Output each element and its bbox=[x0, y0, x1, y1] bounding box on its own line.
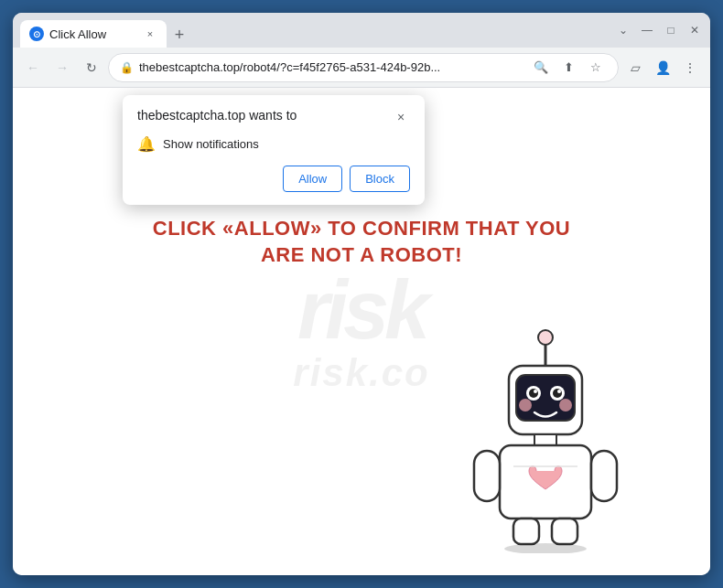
split-view-icon[interactable]: ▱ bbox=[622, 55, 648, 80]
chevron-up-icon[interactable]: ⌄ bbox=[615, 22, 631, 38]
watermark-bottom-text: risk.co bbox=[293, 351, 429, 395]
tab-area: ⊙ Click Allow × + bbox=[20, 13, 602, 48]
maximize-button[interactable]: □ bbox=[663, 22, 679, 38]
page-content: risk risk.co thebestcaptcha.top wants to… bbox=[13, 88, 710, 575]
address-bar-icons: 🔍 ⬆ ☆ bbox=[530, 57, 607, 79]
popup-close-button[interactable]: × bbox=[392, 108, 410, 126]
watermark-top-text: risk bbox=[297, 269, 426, 351]
title-bar: ⊙ Click Allow × + ⌄ — □ ✕ bbox=[13, 13, 710, 48]
refresh-button[interactable]: ↻ bbox=[79, 55, 104, 80]
svg-point-13 bbox=[559, 399, 572, 412]
popup-notification-row: 🔔 Show notifications bbox=[137, 135, 410, 153]
svg-rect-18 bbox=[591, 451, 617, 501]
popup-buttons: Allow Block bbox=[137, 166, 410, 192]
robot-svg bbox=[454, 315, 637, 553]
svg-point-8 bbox=[529, 389, 538, 398]
url-text: thebestcaptcha.top/robot4/?c=f45f2765-a5… bbox=[139, 60, 524, 74]
svg-point-21 bbox=[504, 543, 587, 553]
block-button[interactable]: Block bbox=[350, 166, 410, 192]
svg-point-1 bbox=[538, 330, 553, 345]
minimize-button[interactable]: — bbox=[639, 22, 655, 38]
svg-rect-14 bbox=[534, 434, 556, 445]
forward-button[interactable]: → bbox=[49, 55, 75, 80]
profile-icon[interactable]: 👤 bbox=[650, 55, 675, 80]
close-button[interactable]: ✕ bbox=[686, 22, 703, 38]
svg-point-10 bbox=[534, 390, 537, 393]
tab-close-button[interactable]: × bbox=[143, 27, 157, 41]
svg-rect-3 bbox=[516, 375, 575, 421]
svg-point-11 bbox=[557, 390, 561, 393]
svg-point-9 bbox=[553, 389, 562, 398]
menu-icon[interactable]: ⋮ bbox=[677, 55, 703, 80]
captcha-instruction: CLICK «ALLOW» TO CONFIRM THAT YOU ARE NO… bbox=[31, 216, 692, 268]
tab-title: Click Allow bbox=[49, 27, 106, 41]
new-tab-button[interactable]: + bbox=[167, 22, 192, 48]
window-controls: ⌄ — □ ✕ bbox=[615, 22, 703, 38]
svg-rect-19 bbox=[513, 519, 539, 544]
search-icon[interactable]: 🔍 bbox=[530, 57, 552, 79]
allow-button[interactable]: Allow bbox=[283, 166, 342, 192]
nav-right-icons: ▱ 👤 ⋮ bbox=[622, 55, 703, 80]
address-bar[interactable]: 🔒 thebestcaptcha.top/robot4/?c=f45f2765-… bbox=[108, 53, 619, 82]
bookmark-icon[interactable]: ☆ bbox=[585, 57, 607, 79]
svg-rect-20 bbox=[552, 519, 577, 544]
bell-icon: 🔔 bbox=[137, 135, 156, 153]
lock-icon: 🔒 bbox=[120, 61, 134, 74]
navigation-bar: ← → ↻ 🔒 thebestcaptcha.top/robot4/?c=f45… bbox=[13, 48, 710, 88]
svg-point-12 bbox=[519, 399, 532, 412]
robot-illustration bbox=[454, 315, 637, 557]
notification-label: Show notifications bbox=[163, 137, 259, 151]
active-tab[interactable]: ⊙ Click Allow × bbox=[20, 20, 167, 48]
popup-header: thebestcaptcha.top wants to × bbox=[137, 108, 410, 126]
browser-window: ⊙ Click Allow × + ⌄ — □ ✕ ← → ↻ 🔒 thebes… bbox=[13, 13, 710, 575]
back-button[interactable]: ← bbox=[20, 55, 46, 80]
tab-favicon: ⊙ bbox=[29, 27, 44, 41]
svg-rect-17 bbox=[474, 451, 500, 501]
page-main-text: CLICK «ALLOW» TO CONFIRM THAT YOU ARE NO… bbox=[13, 216, 710, 268]
popup-title: thebestcaptcha.top wants to bbox=[137, 108, 297, 123]
share-icon[interactable]: ⬆ bbox=[557, 57, 579, 79]
notification-popup: thebestcaptcha.top wants to × 🔔 Show not… bbox=[123, 95, 425, 205]
